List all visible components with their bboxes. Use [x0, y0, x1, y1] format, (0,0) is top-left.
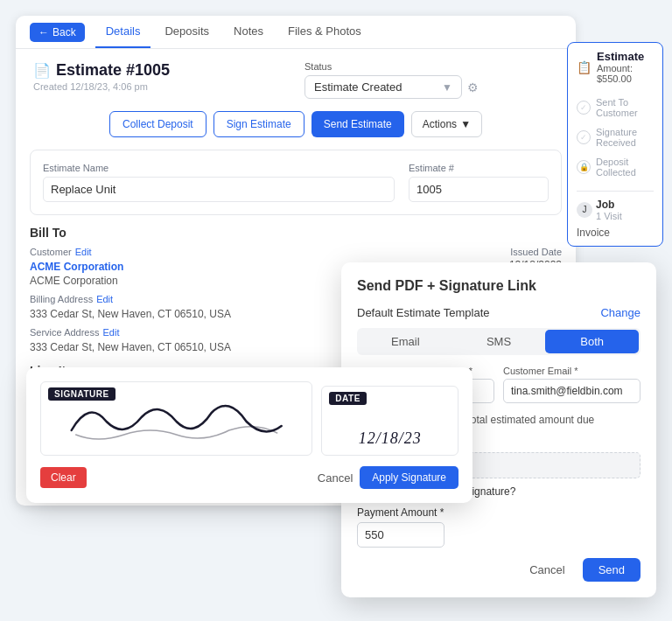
doc-icon: 📄 — [33, 62, 51, 79]
sidebar-job-title: Job — [596, 199, 622, 211]
date-box: DATE 12/18/23 — [321, 386, 458, 456]
status-select: Estimate Created ▼ ⚙ — [304, 75, 558, 99]
tab-notes[interactable]: Notes — [223, 16, 274, 48]
company-sub: ACME Corporation — [30, 275, 289, 287]
sidebar-card: 📋 Estimate Amount: $550.00 ✓ Sent To Cus… — [567, 42, 663, 247]
sidebar-job: J Job 1 Visit Invoice — [577, 191, 654, 239]
billing-edit-link[interactable]: Edit — [96, 294, 113, 304]
estimate-form-section: Estimate Name Estimate # — [30, 150, 562, 215]
step-sent-label: Sent To Customer — [596, 97, 654, 118]
actions-label: Actions — [423, 118, 457, 130]
toggle-group: Email SMS Both — [357, 328, 640, 355]
clear-button[interactable]: Clear — [40, 467, 87, 488]
sidebar-steps: ✓ Sent To Customer ✓ Signature Received … — [577, 93, 654, 182]
sidebar-card-title: Estimate — [597, 50, 654, 63]
step-deposit-label: Deposit Collected — [596, 157, 654, 178]
actions-button[interactable]: Actions ▼ — [411, 111, 482, 137]
service-edit-link[interactable]: Edit — [102, 327, 119, 338]
back-label: Back — [52, 26, 76, 38]
sidebar-card-amount: Amount: $550.00 — [597, 63, 654, 84]
dropdown-arrow-icon: ▼ — [442, 81, 452, 94]
billing-address: 333 Cedar St, New Haven, CT 06510, USA — [30, 308, 289, 320]
sidebar-invoice-label: Invoice — [577, 227, 654, 239]
bill-to-title: Bill To — [30, 226, 562, 240]
payment-amount-label: Payment Amount * — [357, 506, 640, 519]
payment-amount-input[interactable] — [357, 522, 444, 548]
status-label: Status — [304, 61, 558, 72]
tab-deposits[interactable]: Deposits — [154, 16, 220, 48]
chevron-down-icon: ▼ — [460, 118, 471, 130]
tab-files[interactable]: Files & Photos — [277, 16, 372, 48]
signature-box[interactable]: SIGNATURE — [40, 381, 312, 456]
estimate-name-group: Estimate Name — [43, 163, 395, 202]
signature-footer: Clear Cancel Apply Signature — [40, 466, 458, 489]
email-label: Customer Email * — [503, 366, 640, 376]
settings-icon[interactable]: ⚙ — [467, 80, 479, 94]
estimate-title-block: 📄 Estimate #1005 Created 12/18/23, 4:06 … — [33, 61, 287, 92]
send-pdf-modal-title: Send PDF + Signature Link — [357, 278, 640, 294]
signature-area: SIGNATURE DATE 12/18/23 — [40, 381, 458, 456]
email-field: Customer Email * — [503, 366, 640, 403]
signature-modal: SIGNATURE DATE 12/18/23 Clear Cancel App… — [26, 367, 472, 503]
estimate-name-label: Estimate Name — [43, 163, 395, 173]
send-modal-button[interactable]: Send — [583, 558, 640, 582]
send-estimate-button[interactable]: Send Estimate — [312, 111, 404, 137]
email-input[interactable] — [503, 379, 640, 403]
template-row: Default Estimate Template Change — [357, 306, 640, 319]
collect-deposit-button[interactable]: Collect Deposit — [109, 111, 206, 137]
apply-signature-button[interactable]: Apply Signature — [360, 466, 458, 489]
job-avatar-icon: J — [577, 202, 592, 218]
estimate-number-group: Estimate # — [409, 163, 549, 202]
step-circle-signature: ✓ — [577, 130, 591, 144]
toggle-both[interactable]: Both — [545, 330, 639, 353]
toggle-sms[interactable]: SMS — [452, 330, 546, 353]
estimate-header: 📄 Estimate #1005 Created 12/18/23, 4:06 … — [16, 49, 576, 111]
estimate-heading: Estimate #1005 — [56, 61, 170, 80]
template-label: Default Estimate Template — [357, 306, 490, 319]
estimate-icon: 📋 — [577, 60, 592, 74]
tab-details[interactable]: Details — [95, 16, 151, 48]
estimate-created: Created 12/18/23, 4:06 pm — [33, 81, 287, 92]
back-button[interactable]: ← Back — [30, 23, 85, 42]
status-block: Status Estimate Created ▼ ⚙ — [304, 61, 558, 99]
modal-footer: Cancel Send — [357, 558, 640, 582]
customer-edit-link[interactable]: Edit — [75, 247, 92, 257]
company-name: ACME Corporation — [30, 261, 289, 273]
status-value: Estimate Created — [314, 80, 402, 94]
sig-footer-right: Cancel Apply Signature — [318, 466, 458, 489]
step-deposit: 🔒 Deposit Collected — [577, 152, 654, 182]
service-label: Service Address — [30, 327, 99, 338]
change-template-link[interactable]: Change — [600, 306, 640, 319]
estimate-title: 📄 Estimate #1005 — [33, 61, 287, 80]
sign-estimate-button[interactable]: Sign Estimate — [214, 111, 304, 137]
date-value: 12/18/23 — [359, 403, 422, 448]
action-buttons: Collect Deposit Sign Estimate Send Estim… — [16, 111, 576, 150]
issued-date-label: Issued Date — [303, 247, 562, 257]
billing-label: Billing Address — [30, 294, 93, 304]
date-badge: DATE — [329, 392, 366, 405]
status-dropdown[interactable]: Estimate Created ▼ — [304, 75, 462, 99]
step-circle-deposit: 🔒 — [577, 160, 591, 174]
estimate-number-input[interactable] — [409, 177, 549, 202]
estimate-name-input[interactable] — [43, 177, 395, 202]
step-signature: ✓ Signature Received — [577, 122, 654, 152]
customer-label: Customer — [30, 247, 72, 257]
service-address: 333 Cedar St, New Haven, CT 06510, USA — [30, 341, 289, 353]
step-sent: ✓ Sent To Customer — [577, 93, 654, 122]
sidebar-job-sub: 1 Visit — [596, 211, 622, 221]
tab-bar: ← Back Details Deposits Notes Files & Ph… — [16, 16, 576, 49]
estimate-number-label: Estimate # — [409, 163, 549, 173]
toggle-email[interactable]: Email — [359, 330, 452, 353]
cancel-modal-button[interactable]: Cancel — [519, 558, 575, 582]
step-circle-sent: ✓ — [577, 101, 591, 115]
step-signature-label: Signature Received — [596, 127, 654, 148]
form-row: Estimate Name Estimate # — [43, 163, 549, 202]
cancel-signature-button[interactable]: Cancel — [318, 466, 353, 489]
signature-badge: SIGNATURE — [48, 387, 116, 401]
bill-col-left: Customer Edit ACME Corporation ACME Corp… — [30, 247, 289, 353]
